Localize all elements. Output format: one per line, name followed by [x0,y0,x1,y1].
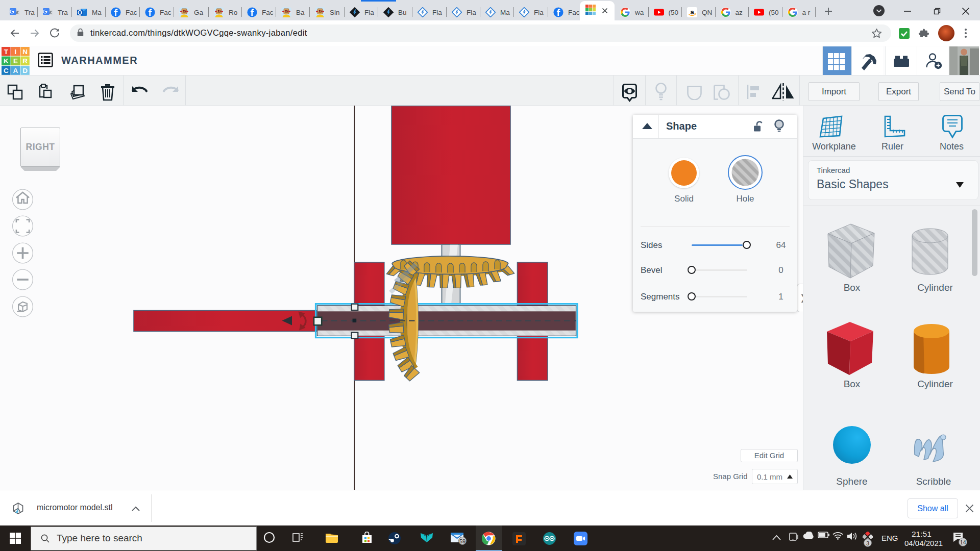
svg-text:K: K [4,57,9,65]
svg-text:D: D [22,67,28,74]
svg-text:a: a [690,8,694,16]
svg-text:N: N [22,48,28,56]
svg-text:I: I [15,48,17,56]
svg-text:A: A [13,67,18,74]
svg-text:E: E [13,57,18,65]
svg-text:C: C [4,67,9,74]
svg-text:T: T [4,48,9,56]
svg-text:R: R [22,57,28,65]
